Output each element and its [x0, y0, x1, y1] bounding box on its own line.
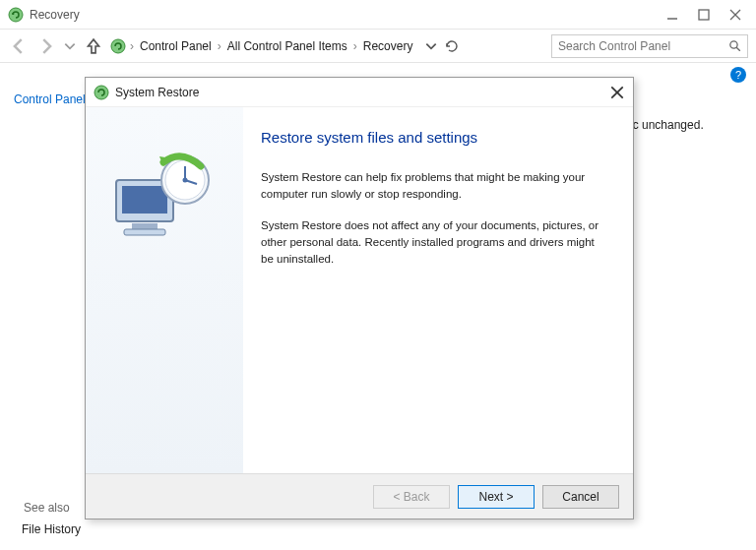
svg-rect-13 [132, 223, 158, 229]
breadcrumb-dropdown-icon[interactable] [424, 39, 438, 53]
navigation-bar: › Control Panel › All Control Panel Item… [0, 30, 756, 63]
window-title: Recovery [30, 8, 665, 22]
svg-rect-14 [124, 229, 165, 235]
breadcrumb: › Control Panel › All Control Panel Item… [110, 37, 539, 55]
dialog-button-bar: < Back Next > Cancel [86, 473, 633, 519]
background-text: ic unchanged. [630, 118, 704, 132]
minimize-button[interactable] [665, 8, 679, 22]
search-field[interactable] [558, 39, 724, 53]
dialog-titlebar: System Restore [86, 78, 633, 107]
dialog-heading: Restore system files and settings [261, 129, 607, 146]
chevron-right-icon: › [218, 39, 221, 53]
chevron-right-icon: › [130, 39, 134, 53]
close-button[interactable] [728, 8, 742, 22]
breadcrumb-item[interactable]: Control Panel [138, 37, 214, 55]
breadcrumb-item[interactable]: Recovery [361, 37, 415, 55]
up-button[interactable] [83, 35, 104, 57]
dialog-content: Restore system files and settings System… [243, 107, 633, 473]
cancel-button[interactable]: Cancel [542, 485, 619, 509]
chevron-right-icon: › [353, 39, 357, 53]
svg-point-6 [730, 40, 737, 47]
search-icon[interactable] [728, 39, 741, 53]
svg-point-5 [111, 39, 125, 53]
file-history-link[interactable]: File History [22, 522, 81, 536]
dialog-sidebar [86, 107, 243, 473]
next-button[interactable]: Next > [458, 485, 535, 509]
svg-rect-2 [699, 10, 709, 20]
dialog-paragraph: System Restore can help fix problems tha… [261, 169, 607, 202]
maximize-button[interactable] [697, 8, 711, 22]
breadcrumb-item[interactable]: All Control Panel Items [225, 37, 349, 55]
system-restore-dialog: System Restore [85, 77, 634, 519]
svg-point-8 [94, 86, 108, 99]
system-restore-icon [94, 85, 109, 100]
see-also-label: See also [24, 501, 70, 515]
svg-line-7 [736, 47, 740, 51]
back-button: < Back [373, 485, 450, 509]
history-dropdown-icon[interactable] [63, 39, 77, 53]
back-button[interactable] [8, 35, 30, 57]
system-restore-graphic [110, 153, 219, 241]
window-titlebar: Recovery [0, 0, 756, 30]
svg-point-0 [9, 8, 23, 22]
help-icon[interactable]: ? [730, 67, 746, 83]
dialog-title: System Restore [115, 86, 609, 99]
forward-button[interactable] [35, 35, 57, 57]
dialog-close-button[interactable] [609, 85, 625, 100]
search-input[interactable] [551, 34, 748, 58]
svg-point-19 [183, 178, 188, 183]
recovery-icon [8, 7, 24, 23]
svg-rect-12 [122, 186, 167, 214]
refresh-button[interactable] [444, 38, 460, 54]
recovery-breadcrumb-icon[interactable] [110, 38, 126, 54]
dialog-paragraph: System Restore does not affect any of yo… [261, 217, 607, 267]
